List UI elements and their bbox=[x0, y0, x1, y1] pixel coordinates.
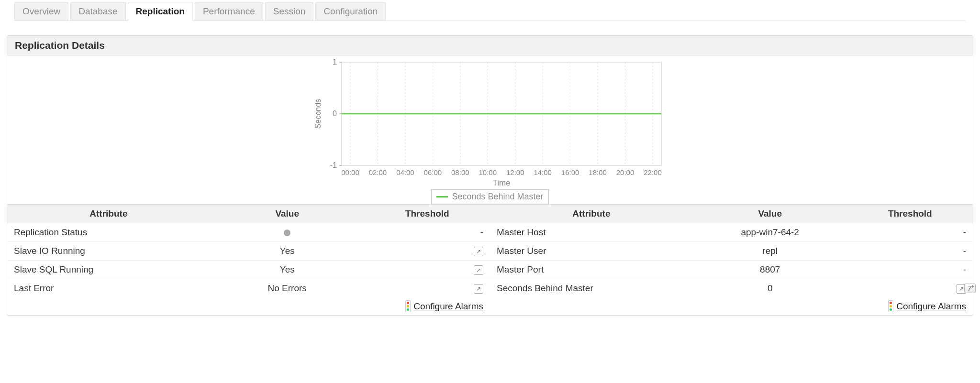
popout-icon[interactable]: ↗ bbox=[474, 247, 483, 256]
svg-text:18:00: 18:00 bbox=[589, 168, 607, 176]
cell-threshold: ↗ bbox=[365, 242, 490, 260]
col-value: Value bbox=[693, 205, 847, 223]
cell-attr: Master User bbox=[490, 242, 693, 260]
tab-overview[interactable]: Overview bbox=[14, 2, 68, 21]
svg-text:1: 1 bbox=[333, 58, 337, 66]
svg-text:16:00: 16:00 bbox=[561, 168, 579, 176]
cell-value: repl bbox=[693, 242, 847, 260]
cell-threshold: ↗ bbox=[365, 261, 490, 279]
table-row: Last ErrorNo Errors↗ bbox=[7, 279, 490, 297]
cell-attr: Slave IO Running bbox=[7, 242, 210, 260]
table-header: Attribute Value Threshold bbox=[490, 204, 973, 223]
svg-text:06:00: 06:00 bbox=[424, 168, 442, 176]
table-row: Slave IO RunningYes↗ bbox=[7, 242, 490, 261]
table-row: Master Port8807- bbox=[490, 261, 973, 279]
svg-text:0: 0 bbox=[333, 109, 337, 118]
traffic-light-icon bbox=[405, 300, 411, 312]
right-table: Attribute Value Threshold Master Hostapp… bbox=[490, 204, 973, 315]
cell-threshold: - bbox=[847, 223, 973, 241]
tab-performance[interactable]: Performance bbox=[195, 2, 263, 21]
cell-value: Yes bbox=[210, 261, 365, 279]
cell-threshold: - bbox=[847, 242, 973, 260]
cell-attr: Seconds Behind Master bbox=[490, 279, 693, 297]
cell-threshold: - bbox=[847, 261, 973, 279]
left-table: Attribute Value Threshold Replication St… bbox=[7, 204, 490, 315]
chart-svg: -101Seconds00:0002:0004:0006:0008:0010:0… bbox=[313, 58, 667, 188]
svg-text:14:00: 14:00 bbox=[534, 168, 552, 176]
tab-replication[interactable]: Replication bbox=[128, 2, 193, 21]
svg-text:-1: -1 bbox=[330, 161, 337, 169]
tab-configuration[interactable]: Configuration bbox=[315, 2, 386, 21]
cell-attr: Master Port bbox=[490, 261, 693, 279]
tab-session[interactable]: Session bbox=[265, 2, 314, 21]
svg-text:12:00: 12:00 bbox=[506, 168, 524, 176]
cell-value: Yes bbox=[210, 242, 365, 260]
status-dot-icon bbox=[284, 230, 290, 236]
table-row: Master Hostapp-win7-64-2- bbox=[490, 223, 973, 242]
configure-alarms-row: Configure Alarms bbox=[7, 297, 490, 315]
col-thr: Threshold bbox=[847, 205, 973, 223]
svg-text:08:00: 08:00 bbox=[451, 168, 469, 176]
configure-alarms-row: Configure Alarms bbox=[490, 297, 973, 315]
configure-alarms-link[interactable]: Configure Alarms bbox=[413, 301, 483, 312]
configure-alarms-link[interactable]: Configure Alarms bbox=[896, 301, 966, 312]
legend-label: Seconds Behind Master bbox=[452, 192, 543, 202]
col-attr: Attribute bbox=[7, 205, 210, 223]
tab-bar: OverviewDatabaseReplicationPerformanceSe… bbox=[14, 2, 966, 21]
cell-value: 8807 bbox=[693, 261, 847, 279]
cell-threshold: ↗7 bbox=[847, 279, 973, 297]
table-row: Slave SQL RunningYes↗ bbox=[7, 261, 490, 279]
legend-swatch-icon bbox=[436, 196, 448, 197]
table-row: Seconds Behind Master0↗7 bbox=[490, 279, 973, 297]
cell-threshold: - bbox=[365, 223, 490, 241]
svg-text:00:00: 00:00 bbox=[341, 168, 359, 176]
cell-value: 0 bbox=[693, 279, 847, 297]
cell-value: No Errors bbox=[210, 279, 365, 297]
details-tables: Attribute Value Threshold Replication St… bbox=[7, 204, 973, 315]
col-thr: Threshold bbox=[365, 205, 490, 223]
cell-attr: Slave SQL Running bbox=[7, 261, 210, 279]
chart-seconds-behind-master: -101Seconds00:0002:0004:0006:0008:0010:0… bbox=[7, 55, 973, 204]
panel-title: Replication Details bbox=[7, 36, 973, 55]
chart-legend: Seconds Behind Master bbox=[431, 189, 548, 204]
tab-database[interactable]: Database bbox=[70, 2, 125, 21]
svg-text:Time: Time bbox=[492, 178, 510, 187]
threshold-badge[interactable]: 7 bbox=[964, 284, 976, 293]
table-row: Replication Status- bbox=[7, 223, 490, 242]
cell-attr: Replication Status bbox=[7, 223, 210, 241]
cell-threshold: ↗ bbox=[365, 279, 490, 297]
cell-value: app-win7-64-2 bbox=[693, 223, 847, 241]
svg-text:10:00: 10:00 bbox=[479, 168, 497, 176]
svg-text:20:00: 20:00 bbox=[616, 168, 635, 176]
cell-attr: Last Error bbox=[7, 279, 210, 297]
svg-text:02:00: 02:00 bbox=[369, 168, 387, 176]
svg-text:04:00: 04:00 bbox=[396, 168, 414, 176]
popout-icon[interactable]: ↗ bbox=[474, 265, 483, 275]
cell-attr: Master Host bbox=[490, 223, 693, 241]
replication-panel: Replication Details -101Seconds00:0002:0… bbox=[7, 35, 973, 316]
col-attr: Attribute bbox=[490, 205, 693, 223]
cell-value bbox=[210, 223, 365, 241]
svg-text:22:00: 22:00 bbox=[644, 168, 662, 176]
popout-icon[interactable]: ↗ bbox=[474, 284, 483, 294]
traffic-light-icon bbox=[888, 300, 893, 312]
col-value: Value bbox=[210, 205, 365, 223]
table-header: Attribute Value Threshold bbox=[7, 204, 490, 223]
table-row: Master Userrepl- bbox=[490, 242, 973, 261]
svg-text:Seconds: Seconds bbox=[314, 99, 322, 129]
